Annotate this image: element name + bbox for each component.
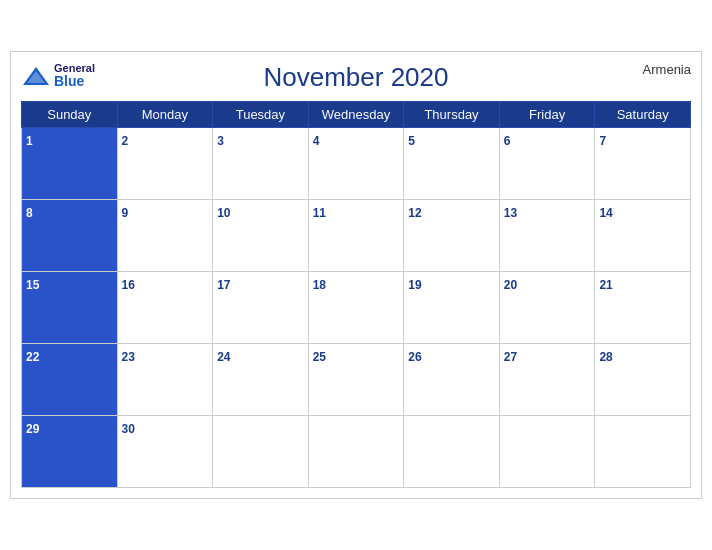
date-number: 9 <box>122 206 129 220</box>
week-row-3: 15161718192021 <box>22 272 691 344</box>
calendar-body: 1234567891011121314151617181920212223242… <box>22 128 691 488</box>
date-number: 16 <box>122 278 135 292</box>
day-cell: 21 <box>595 272 691 344</box>
date-number: 10 <box>217 206 230 220</box>
col-tuesday: Tuesday <box>213 102 309 128</box>
date-number: 21 <box>599 278 612 292</box>
date-number: 2 <box>122 134 129 148</box>
day-cell: 23 <box>117 344 213 416</box>
date-number: 27 <box>504 350 517 364</box>
day-cell: 22 <box>22 344 118 416</box>
date-number: 7 <box>599 134 606 148</box>
col-monday: Monday <box>117 102 213 128</box>
date-number: 29 <box>26 422 39 436</box>
calendar-table: Sunday Monday Tuesday Wednesday Thursday… <box>21 101 691 488</box>
date-number: 5 <box>408 134 415 148</box>
date-number: 8 <box>26 206 33 220</box>
date-number: 12 <box>408 206 421 220</box>
calendar-header: General Blue November 2020 Armenia <box>21 62 691 93</box>
col-thursday: Thursday <box>404 102 500 128</box>
day-cell <box>308 416 404 488</box>
logo-icon <box>21 65 51 87</box>
logo-blue-text: Blue <box>54 74 95 89</box>
days-header-row: Sunday Monday Tuesday Wednesday Thursday… <box>22 102 691 128</box>
col-saturday: Saturday <box>595 102 691 128</box>
day-cell <box>595 416 691 488</box>
date-number: 18 <box>313 278 326 292</box>
day-cell: 9 <box>117 200 213 272</box>
day-cell: 1 <box>22 128 118 200</box>
date-number: 23 <box>122 350 135 364</box>
day-cell: 13 <box>499 200 595 272</box>
country-label: Armenia <box>643 62 691 77</box>
day-cell: 15 <box>22 272 118 344</box>
col-wednesday: Wednesday <box>308 102 404 128</box>
day-cell: 19 <box>404 272 500 344</box>
col-sunday: Sunday <box>22 102 118 128</box>
day-cell: 17 <box>213 272 309 344</box>
day-cell: 18 <box>308 272 404 344</box>
date-number: 20 <box>504 278 517 292</box>
week-row-2: 891011121314 <box>22 200 691 272</box>
date-number: 22 <box>26 350 39 364</box>
month-title: November 2020 <box>264 62 449 93</box>
date-number: 19 <box>408 278 421 292</box>
date-number: 24 <box>217 350 230 364</box>
day-cell: 24 <box>213 344 309 416</box>
date-number: 3 <box>217 134 224 148</box>
date-number: 1 <box>26 134 33 148</box>
day-cell: 29 <box>22 416 118 488</box>
day-cell: 26 <box>404 344 500 416</box>
day-cell <box>213 416 309 488</box>
col-friday: Friday <box>499 102 595 128</box>
day-cell: 30 <box>117 416 213 488</box>
date-number: 17 <box>217 278 230 292</box>
day-cell: 2 <box>117 128 213 200</box>
day-cell: 10 <box>213 200 309 272</box>
week-row-5: 2930 <box>22 416 691 488</box>
date-number: 30 <box>122 422 135 436</box>
date-number: 11 <box>313 206 326 220</box>
day-cell: 27 <box>499 344 595 416</box>
week-row-4: 22232425262728 <box>22 344 691 416</box>
day-cell: 20 <box>499 272 595 344</box>
day-cell: 7 <box>595 128 691 200</box>
day-cell: 8 <box>22 200 118 272</box>
logo-area: General Blue <box>21 62 95 89</box>
date-number: 25 <box>313 350 326 364</box>
day-cell: 4 <box>308 128 404 200</box>
date-number: 28 <box>599 350 612 364</box>
day-cell: 3 <box>213 128 309 200</box>
date-number: 13 <box>504 206 517 220</box>
day-cell: 14 <box>595 200 691 272</box>
day-cell: 16 <box>117 272 213 344</box>
week-row-1: 1234567 <box>22 128 691 200</box>
date-number: 14 <box>599 206 612 220</box>
date-number: 4 <box>313 134 320 148</box>
date-number: 26 <box>408 350 421 364</box>
date-number: 15 <box>26 278 39 292</box>
day-cell: 11 <box>308 200 404 272</box>
day-cell: 5 <box>404 128 500 200</box>
date-number: 6 <box>504 134 511 148</box>
day-cell: 25 <box>308 344 404 416</box>
day-cell <box>499 416 595 488</box>
calendar: General Blue November 2020 Armenia Sunda… <box>10 51 702 499</box>
day-cell: 28 <box>595 344 691 416</box>
day-cell: 6 <box>499 128 595 200</box>
day-cell <box>404 416 500 488</box>
day-cell: 12 <box>404 200 500 272</box>
